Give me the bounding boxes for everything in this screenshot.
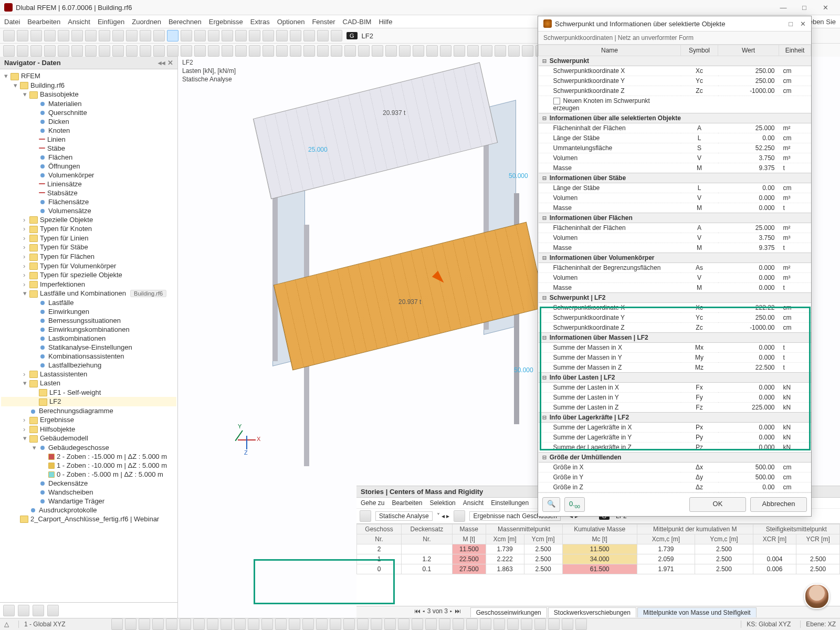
status-icon[interactable] xyxy=(384,618,396,630)
table-cell[interactable]: 1.971 xyxy=(637,564,695,574)
table-cell[interactable]: 2.222 xyxy=(486,554,524,564)
status-icon[interactable] xyxy=(180,618,191,630)
status-icon[interactable] xyxy=(534,618,546,630)
toolbar-icon[interactable] xyxy=(3,30,15,41)
menu-zuordnen[interactable]: Zuordnen xyxy=(132,18,161,26)
tree-node[interactable]: Öffnungen xyxy=(1,162,176,171)
max-button[interactable]: □ xyxy=(794,4,815,12)
toolbar-icon[interactable] xyxy=(3,45,15,57)
toolbar-icon[interactable] xyxy=(58,45,69,57)
menu-optionen[interactable]: Optionen xyxy=(277,18,305,26)
table-cell[interactable]: 1 xyxy=(357,554,402,564)
status-icon[interactable] xyxy=(480,618,491,630)
tree-node[interactable]: Stabsätze xyxy=(1,188,176,197)
toolbar-icon[interactable] xyxy=(413,45,424,57)
section-header[interactable]: ⊟Info über Lasten | LF2 xyxy=(539,373,811,383)
th[interactable]: Ycm,c [m] xyxy=(695,534,753,544)
th[interactable]: Kumulative Masse xyxy=(562,524,637,534)
table-cell[interactable]: 1.739 xyxy=(486,544,524,554)
tree-node[interactable]: Stäbe xyxy=(1,144,176,153)
section-header[interactable]: ⊟Informationen über alle selektierten Ob… xyxy=(539,113,811,123)
toolbar-icon[interactable] xyxy=(30,30,42,41)
table-cell[interactable]: 2.059 xyxy=(637,554,695,564)
table-row[interactable]: 00.127.5001.8632.50061.5001.9712.5000.00… xyxy=(357,564,840,574)
menu-ergebnisse[interactable]: Ergebnisse xyxy=(209,18,243,26)
status-icon[interactable] xyxy=(302,618,314,630)
th[interactable]: XCR [m] xyxy=(753,534,796,544)
toolbar-icon[interactable] xyxy=(44,30,56,41)
tree-node[interactable]: ›Typen für spezielle Objekte xyxy=(1,270,176,280)
toolbar-icon[interactable] xyxy=(276,30,288,41)
table-cell[interactable]: 2.500 xyxy=(524,564,562,574)
tree-node[interactable]: Bemessungssituationen xyxy=(1,316,176,325)
section-header[interactable]: ⊟Informationen über Flächen xyxy=(539,213,811,223)
toolbar-icon[interactable] xyxy=(317,45,329,57)
toolbar-icon[interactable] xyxy=(303,45,315,57)
table-cell[interactable]: 2.500 xyxy=(796,554,840,564)
status-icon[interactable] xyxy=(548,618,560,630)
table-cell[interactable]: 1.739 xyxy=(637,544,695,554)
table-cell[interactable]: 34.000 xyxy=(562,554,637,564)
table-cell[interactable]: 2 xyxy=(357,544,402,554)
toolbar-icon[interactable] xyxy=(30,45,42,57)
status-icon[interactable] xyxy=(371,618,382,630)
menu-hilfe[interactable]: Hilfe xyxy=(379,18,392,26)
lf-label[interactable]: LF2 xyxy=(362,32,373,40)
toolbar-icon[interactable] xyxy=(153,30,165,41)
bp-menu-selektion[interactable]: Selektion xyxy=(429,499,455,507)
table-cell[interactable]: 2.500 xyxy=(796,564,840,574)
toolbar-icon[interactable] xyxy=(385,45,397,57)
tree-node[interactable]: Berechnungsdiagramme xyxy=(1,406,176,415)
table-cell[interactable]: 2.500 xyxy=(524,544,562,554)
nav-foot-icon[interactable] xyxy=(18,605,29,616)
bp-menu-einstellungen[interactable]: Einstellungen xyxy=(491,499,529,507)
stories-table[interactable]: Geschoss Deckensatz Masse Massenmittelpu… xyxy=(356,524,840,574)
th[interactable]: M [t] xyxy=(452,534,486,544)
table-row[interactable]: 211.5001.7392.50011.5001.7392.500 xyxy=(357,544,840,554)
bp-menu-gehezu[interactable]: Gehe zu xyxy=(361,499,384,507)
table-cell[interactable]: 11.500 xyxy=(452,544,486,554)
tree-node[interactable]: ›Lastassistenten xyxy=(1,370,176,379)
tree-node[interactable]: ›Typen für Knoten xyxy=(1,224,176,234)
tree-node[interactable]: Knoten xyxy=(1,126,176,135)
status-icon[interactable] xyxy=(439,618,450,630)
toolbar-icon[interactable] xyxy=(71,30,83,41)
tree-node[interactable]: ▾Gebäudegeschosse xyxy=(1,443,176,452)
tree-node[interactable]: Ausdruckprotokolle xyxy=(1,506,176,514)
toolbar-icon[interactable] xyxy=(467,45,479,57)
table-cell[interactable]: 2.500 xyxy=(695,554,753,564)
section-header[interactable]: ⊟Schwerpunkt | LF2 xyxy=(539,293,811,303)
toolbar-icon[interactable] xyxy=(99,45,110,57)
toolbar-icon[interactable] xyxy=(317,30,329,41)
status-icon[interactable] xyxy=(575,618,587,630)
bp-icon[interactable] xyxy=(454,510,465,522)
tree-node[interactable]: Linien xyxy=(1,135,176,144)
nav-foot-icon[interactable] xyxy=(47,605,59,616)
pager[interactable]: ⏮ ◂ 3 von 3 ▸ ⏭ xyxy=(414,607,461,617)
status-icon[interactable] xyxy=(398,618,410,630)
tab-mittel[interactable]: Mittelpunkte von Masse und Steifigkeit xyxy=(637,607,757,617)
th[interactable]: Xcm [m] xyxy=(486,534,524,544)
th[interactable]: Mittelpunkt der kumulativen M xyxy=(637,524,753,534)
tree-node[interactable]: Volumenkörper xyxy=(1,171,176,180)
menu-extras[interactable]: Extras xyxy=(250,18,270,26)
table-cell[interactable]: 0 xyxy=(357,564,402,574)
dlg-close-icon[interactable]: ✕ xyxy=(800,20,806,28)
toolbar-icon[interactable] xyxy=(126,45,138,57)
tree-node[interactable]: ▾RFEM xyxy=(1,71,176,81)
tab-geschoss[interactable]: Geschosseinwirkungen xyxy=(470,607,547,617)
tree-node[interactable]: ▾Gebäudemodell xyxy=(1,434,176,443)
th[interactable]: Ycm [m] xyxy=(524,534,562,544)
cancel-button[interactable]: Abbrechen xyxy=(750,497,807,512)
section-header[interactable]: ⊟Größe der Umhüllenden xyxy=(539,453,811,463)
navigator-tree[interactable]: ▾RFEM▾Building.rf6▾BasisobjekteMateriali… xyxy=(0,69,177,602)
toolbar-icon[interactable] xyxy=(440,45,452,57)
toolbar-icon[interactable] xyxy=(112,45,124,57)
section-header[interactable]: ⊟Informationen über Massen | LF2 xyxy=(539,333,811,343)
menu-einfuegen[interactable]: Einfügen xyxy=(98,18,124,26)
tree-node[interactable]: Dicken xyxy=(1,117,176,126)
menu-cadbim[interactable]: CAD-BIM xyxy=(343,18,372,26)
toolbar-icon[interactable] xyxy=(167,45,178,57)
status-icon[interactable] xyxy=(261,618,273,630)
status-icon[interactable] xyxy=(357,618,369,630)
